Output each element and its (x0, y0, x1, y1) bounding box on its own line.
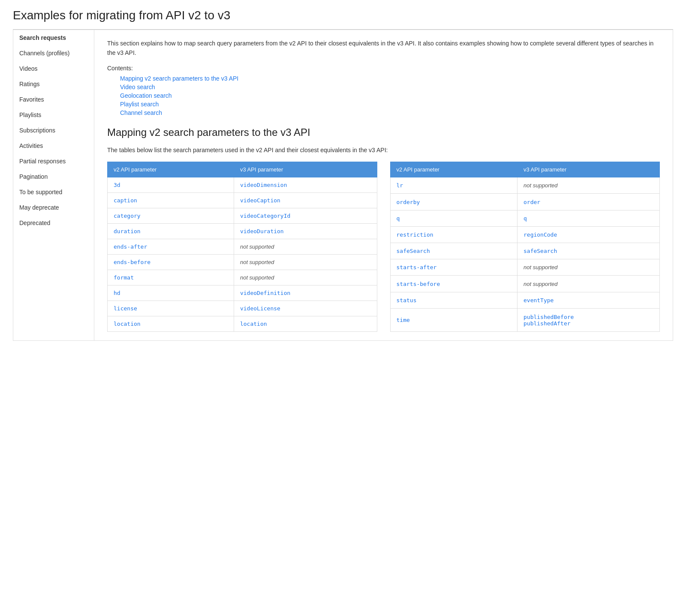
v2-param: q (390, 210, 517, 226)
v2-param: ends-before (108, 255, 234, 270)
param-table-2: v2 API parameter v3 API parameter lrnot … (390, 162, 660, 332)
page-container: Examples for migrating from API v2 to v3… (0, 0, 686, 349)
table2-header-v2: v2 API parameter (390, 162, 517, 177)
table-row: orderbyorder (390, 194, 660, 210)
v3-param: location (234, 316, 377, 332)
table-row: ends-beforenot supported (108, 255, 377, 270)
contents-link[interactable]: Video search (120, 84, 155, 90)
contents-link[interactable]: Channel search (120, 109, 162, 116)
sidebar-item[interactable]: Favorites (13, 92, 94, 107)
section-title: Mapping v2 search parameters to the v3 A… (107, 126, 660, 138)
table-row: formatnot supported (108, 270, 377, 285)
v3-param: order (517, 194, 659, 210)
table-row: timepublishedBeforepublishedAfter (390, 308, 660, 331)
contents-link[interactable]: Geolocation search (120, 92, 172, 99)
contents-links: Mapping v2 search parameters to the v3 A… (107, 75, 660, 116)
v2-param: duration (108, 224, 234, 239)
table-row: 3dvideoDimension (108, 177, 377, 193)
sidebar-item[interactable]: Pagination (13, 169, 94, 184)
v2-param: ends-after (108, 239, 234, 255)
sidebar-item[interactable]: Ratings (13, 76, 94, 92)
table-row: licensevideoLicense (108, 301, 377, 316)
v3-param: regionCode (517, 226, 659, 243)
v3-param: videoDimension (234, 177, 377, 193)
v2-param: format (108, 270, 234, 285)
v3-param: eventType (517, 292, 659, 308)
content-area: This section explains how to map search … (94, 30, 673, 341)
table1-header-v3: v3 API parameter (234, 162, 377, 177)
sidebar: Search requestsChannels (profiles)Videos… (13, 30, 94, 341)
v3-param: not supported (234, 239, 377, 255)
v3-param: not supported (234, 255, 377, 270)
sidebar-item[interactable]: Deprecated (13, 215, 94, 231)
table-row: safeSearchsafeSearch (390, 243, 660, 259)
sidebar-item[interactable]: Channels (profiles) (13, 45, 94, 61)
v3-param: publishedBeforepublishedAfter (517, 308, 659, 331)
v2-param: status (390, 292, 517, 308)
table1-body: 3dvideoDimensioncaptionvideoCaptioncateg… (108, 177, 377, 332)
v3-param: videoDuration (234, 224, 377, 239)
v2-param: license (108, 301, 234, 316)
sidebar-item[interactable]: Activities (13, 138, 94, 153)
v2-param: hd (108, 285, 234, 301)
table-row: locationlocation (108, 316, 377, 332)
table-row: categoryvideoCategoryId (108, 208, 377, 224)
v2-param: lr (390, 177, 517, 194)
v2-param: restriction (390, 226, 517, 243)
v2-param: safeSearch (390, 243, 517, 259)
intro-text: This section explains how to map search … (107, 39, 660, 58)
sidebar-item[interactable]: Videos (13, 61, 94, 76)
table2-body: lrnot supportedorderbyorderqqrestriction… (390, 177, 660, 332)
table-row: lrnot supported (390, 177, 660, 194)
table-row: restrictionregionCode (390, 226, 660, 243)
sidebar-item[interactable]: Search requests (13, 30, 94, 45)
v2-param: time (390, 308, 517, 331)
v3-param: videoCategoryId (234, 208, 377, 224)
sidebar-item[interactable]: Playlists (13, 107, 94, 123)
table-row: qq (390, 210, 660, 226)
table-row: ends-afternot supported (108, 239, 377, 255)
v3-param: safeSearch (517, 243, 659, 259)
sidebar-item[interactable]: May deprecate (13, 200, 94, 215)
v2-param: 3d (108, 177, 234, 193)
v2-param: orderby (390, 194, 517, 210)
v3-param: not supported (234, 270, 377, 285)
v2-param: location (108, 316, 234, 332)
table-row: statuseventType (390, 292, 660, 308)
table-row: captionvideoCaption (108, 193, 377, 208)
v2-param: caption (108, 193, 234, 208)
table-row: hdvideoDefinition (108, 285, 377, 301)
table-row: starts-afternot supported (390, 259, 660, 276)
v3-param: not supported (517, 259, 659, 276)
contents-link[interactable]: Playlist search (120, 101, 159, 108)
v3-param: videoDefinition (234, 285, 377, 301)
v2-param: starts-after (390, 259, 517, 276)
v2-param: category (108, 208, 234, 224)
sidebar-item[interactable]: Partial responses (13, 153, 94, 169)
v3-param: not supported (517, 177, 659, 194)
param-table-1: v2 API parameter v3 API parameter 3dvide… (107, 162, 377, 332)
v3-param: q (517, 210, 659, 226)
table-row: durationvideoDuration (108, 224, 377, 239)
v3-param: not supported (517, 276, 659, 292)
sidebar-item[interactable]: Subscriptions (13, 123, 94, 138)
sidebar-item[interactable]: To be supported (13, 184, 94, 200)
tables-row: v2 API parameter v3 API parameter 3dvide… (107, 162, 660, 332)
table1-header-v2: v2 API parameter (108, 162, 234, 177)
table2-header-v3: v3 API parameter (517, 162, 659, 177)
table-row: starts-beforenot supported (390, 276, 660, 292)
page-title: Examples for migrating from API v2 to v3 (13, 9, 673, 22)
contents-label: Contents: (107, 65, 660, 72)
section-desc: The tables below list the search paramet… (107, 145, 660, 155)
contents-link[interactable]: Mapping v2 search parameters to the v3 A… (120, 75, 238, 82)
v3-param: videoLicense (234, 301, 377, 316)
v3-param: videoCaption (234, 193, 377, 208)
main-layout: Search requestsChannels (profiles)Videos… (13, 30, 673, 341)
v2-param: starts-before (390, 276, 517, 292)
